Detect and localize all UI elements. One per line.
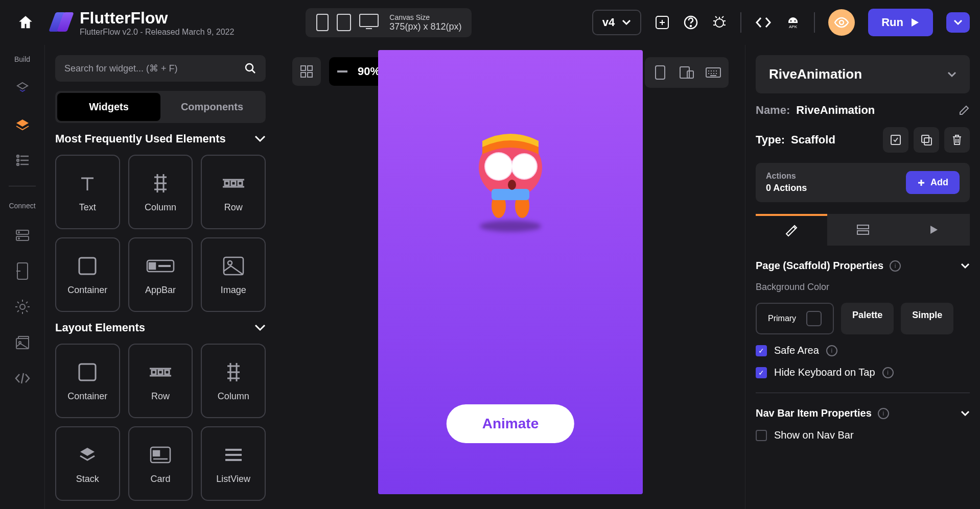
svg-rect-38 bbox=[301, 66, 306, 70]
widget-container2[interactable]: Container bbox=[55, 344, 120, 418]
orientation-landscape-icon[interactable] bbox=[675, 61, 698, 84]
database-rail-icon[interactable] bbox=[12, 225, 33, 246]
layers-rail-icon[interactable] bbox=[12, 114, 33, 135]
svg-rect-26 bbox=[238, 181, 242, 185]
add-action-button[interactable]: Add bbox=[906, 171, 960, 194]
widget-appbar[interactable]: AppBar bbox=[128, 237, 193, 312]
svg-rect-32 bbox=[79, 364, 96, 380]
actions-box: Actions 0 Actions Add bbox=[756, 163, 970, 202]
select-tool-button[interactable] bbox=[292, 57, 321, 86]
device-tablet-icon[interactable] bbox=[336, 13, 352, 32]
device-desktop-icon[interactable] bbox=[359, 13, 379, 32]
info-icon[interactable]: i bbox=[882, 367, 894, 378]
phone-canvas[interactable]: Animate bbox=[378, 50, 643, 494]
info-icon[interactable]: i bbox=[826, 345, 837, 356]
svg-rect-61 bbox=[857, 225, 869, 229]
hide-keyboard-label: Hide Keyboard on Tap bbox=[774, 367, 875, 378]
android-icon[interactable]: APK bbox=[785, 16, 801, 29]
wrap-button[interactable] bbox=[883, 127, 908, 153]
info-icon[interactable]: i bbox=[878, 408, 889, 419]
inspector-title: RiveAnimation bbox=[769, 66, 862, 82]
edit-name-icon[interactable] bbox=[959, 105, 970, 116]
add-page-icon[interactable] bbox=[655, 15, 670, 30]
svg-rect-52 bbox=[492, 189, 529, 200]
tab-widgets[interactable]: Widgets bbox=[57, 93, 160, 121]
info-icon[interactable]: i bbox=[890, 260, 901, 272]
svg-point-13 bbox=[17, 163, 19, 165]
version-text: v4 bbox=[602, 16, 615, 29]
widget-column2[interactable]: Column bbox=[201, 344, 266, 418]
section-layout[interactable]: Layout Elements bbox=[55, 321, 266, 334]
prop-tab-style[interactable] bbox=[756, 214, 827, 246]
inspector-title-card[interactable]: RiveAnimation bbox=[756, 55, 970, 93]
svg-point-57 bbox=[508, 180, 516, 190]
color-primary[interactable]: Primary bbox=[756, 303, 834, 334]
code-rail-icon[interactable] bbox=[12, 368, 33, 389]
widgets-rail-icon[interactable] bbox=[12, 79, 33, 99]
show-nav-checkbox[interactable] bbox=[756, 430, 767, 441]
svg-rect-62 bbox=[857, 231, 869, 234]
code-icon[interactable] bbox=[755, 16, 772, 29]
navbar-title: Nav Bar Item Properties bbox=[756, 407, 872, 419]
search-input[interactable]: Search for widget... (⌘ + F) bbox=[55, 55, 266, 82]
svg-point-6 bbox=[715, 19, 724, 27]
media-rail-icon[interactable] bbox=[12, 332, 33, 353]
svg-point-55 bbox=[485, 153, 512, 180]
svg-point-31 bbox=[228, 261, 232, 265]
color-swatch bbox=[806, 311, 822, 326]
search-icon bbox=[244, 62, 256, 75]
run-dropdown-button[interactable] bbox=[946, 12, 970, 33]
delete-button[interactable] bbox=[944, 127, 970, 153]
home-icon[interactable] bbox=[10, 7, 41, 38]
svg-rect-37 bbox=[153, 451, 159, 456]
tree-rail-icon[interactable] bbox=[12, 150, 33, 171]
widget-row2[interactable]: Row bbox=[128, 344, 193, 418]
tab-components[interactable]: Components bbox=[160, 93, 264, 121]
prop-tab-actions[interactable] bbox=[898, 214, 970, 246]
widget-column[interactable]: Column bbox=[128, 155, 193, 229]
svg-rect-1 bbox=[337, 14, 351, 31]
widget-container[interactable]: Container bbox=[55, 237, 120, 312]
type-label: Type: bbox=[756, 133, 785, 147]
keyboard-icon[interactable] bbox=[702, 61, 725, 84]
widget-text[interactable]: Text bbox=[55, 155, 120, 229]
widget-card[interactable]: Card bbox=[128, 426, 193, 501]
chevron-down-icon bbox=[254, 135, 266, 142]
widget-row[interactable]: Row bbox=[201, 155, 266, 229]
svg-point-56 bbox=[512, 154, 536, 179]
chevron-down-icon[interactable] bbox=[961, 410, 970, 417]
svg-rect-0 bbox=[317, 14, 328, 31]
settings-rail-icon[interactable] bbox=[12, 297, 33, 317]
widget-stack[interactable]: Stack bbox=[55, 426, 120, 501]
svg-point-8 bbox=[795, 20, 796, 22]
section-frequent[interactable]: Most Frequently Used Elements bbox=[55, 132, 266, 146]
device-phone-icon[interactable] bbox=[316, 13, 329, 32]
panel-tabs: Widgets Components bbox=[55, 91, 266, 123]
svg-point-12 bbox=[17, 159, 19, 161]
simple-button[interactable]: Simple bbox=[901, 303, 953, 334]
device-rail-icon[interactable] bbox=[12, 261, 33, 281]
palette-button[interactable]: Palette bbox=[841, 303, 894, 334]
orientation-portrait-icon[interactable] bbox=[649, 61, 671, 84]
hide-keyboard-checkbox[interactable]: ✓ bbox=[756, 367, 767, 378]
bug-icon[interactable] bbox=[712, 15, 727, 30]
animate-button[interactable]: Animate bbox=[447, 404, 574, 443]
copy-button[interactable] bbox=[914, 127, 939, 153]
top-bar: FlutterFlow FlutterFlow v2.0 - Released … bbox=[0, 0, 980, 45]
widget-listview[interactable]: ListView bbox=[201, 426, 266, 501]
svg-point-7 bbox=[790, 20, 792, 22]
safe-area-checkbox[interactable]: ✓ bbox=[756, 345, 767, 356]
widget-image[interactable]: Image bbox=[201, 237, 266, 312]
rail-connect-label: Connect bbox=[9, 202, 35, 210]
version-selector[interactable]: v4 bbox=[592, 10, 641, 35]
plus-icon bbox=[917, 179, 925, 187]
help-icon[interactable] bbox=[683, 15, 698, 30]
zoom-out-button[interactable] bbox=[337, 70, 347, 72]
prop-tab-data[interactable] bbox=[827, 214, 899, 246]
inspector-panel: RiveAnimation Name: RiveAnimation Type: … bbox=[745, 45, 980, 509]
run-button[interactable]: Run bbox=[868, 9, 933, 36]
svg-rect-41 bbox=[308, 72, 312, 77]
svg-point-17 bbox=[18, 238, 19, 239]
chevron-down-icon[interactable] bbox=[961, 263, 970, 269]
preview-button[interactable] bbox=[828, 9, 855, 36]
